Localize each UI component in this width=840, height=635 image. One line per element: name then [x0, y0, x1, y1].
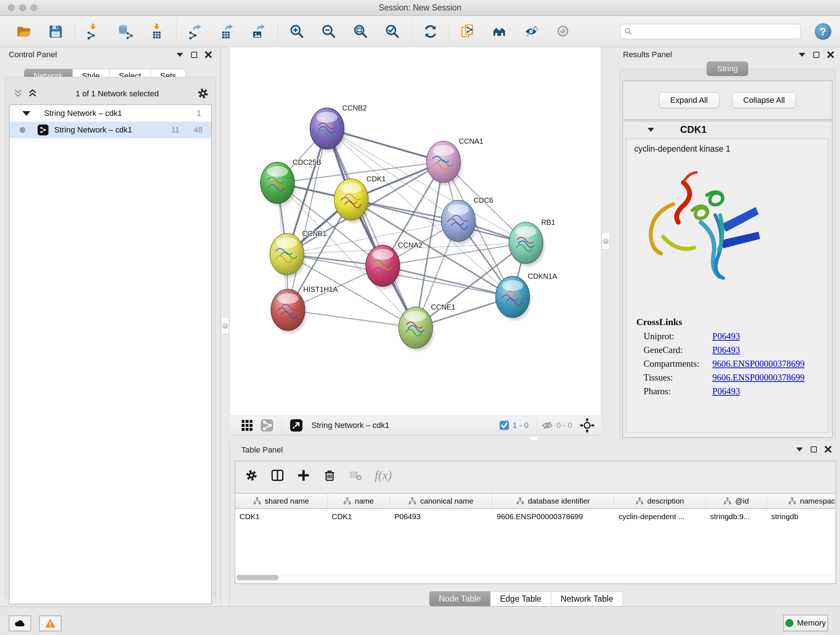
expand-all-networks-icon[interactable]	[13, 88, 24, 100]
export-network-button[interactable]	[184, 20, 207, 43]
hidden-eye-icon[interactable]	[541, 419, 554, 432]
node-CCNB1[interactable]	[270, 233, 305, 278]
float-panel-icon[interactable]	[813, 52, 819, 58]
warning-button[interactable]	[39, 616, 62, 631]
bottom-splitter-handle[interactable]	[529, 436, 538, 440]
zoom-in-button[interactable]	[286, 20, 309, 43]
node-CCNB2[interactable]	[310, 108, 346, 152]
first-neighbors-button[interactable]	[489, 20, 512, 43]
node-CDKN1A[interactable]	[496, 276, 531, 320]
import-table-button[interactable]	[146, 20, 169, 43]
network-row[interactable]: String Network – cdk1 11 48	[9, 122, 211, 138]
edge-CCNB2-CCNE1[interactable]	[327, 128, 416, 328]
node-CCNA2[interactable]	[366, 245, 401, 289]
search-input[interactable]	[633, 25, 801, 38]
table-cell[interactable]: CDK1	[235, 512, 327, 521]
import-network-button[interactable]	[82, 20, 105, 43]
open-session-button[interactable]	[12, 20, 35, 43]
column-header-description[interactable]: description	[614, 494, 706, 508]
expand-all-button[interactable]: Expand All	[659, 92, 719, 108]
crosslink-value-link[interactable]: P06493	[712, 386, 740, 396]
fit-selected-button[interactable]	[576, 418, 598, 433]
selected-checkbox-icon[interactable]	[499, 420, 510, 431]
crosslink-value-link[interactable]: 9606.ENSP00000378699	[712, 372, 805, 383]
zoom-fit-button[interactable]	[349, 20, 372, 43]
float-panel-icon[interactable]	[191, 52, 197, 58]
table-row[interactable]: CDK1CDK1P064939606.ENSP00000378699cyclin…	[235, 509, 835, 524]
edge-CCNB2-HIST1H1A[interactable]	[288, 128, 327, 310]
column-header-database-identifier[interactable]: database identifier	[493, 494, 614, 508]
gene-section-header[interactable]: CDK1	[623, 121, 832, 138]
tab-network-table[interactable]: Network Table	[551, 591, 623, 606]
network-collection-row[interactable]: String Network – cdk1 1	[9, 105, 211, 122]
gene-expander-icon[interactable]	[647, 128, 654, 132]
panel-menu-icon[interactable]	[799, 53, 805, 57]
node-CDC6[interactable]	[441, 200, 477, 244]
delete-table-button[interactable]	[349, 469, 363, 482]
close-panel-icon[interactable]	[827, 51, 834, 58]
column-header-shared-name[interactable]: shared name	[235, 494, 327, 508]
hscrollbar-thumb[interactable]	[237, 575, 279, 580]
export-table-button[interactable]	[216, 20, 239, 43]
collapse-all-button[interactable]: Collapse All	[732, 92, 796, 108]
node-CDK1[interactable]	[334, 179, 370, 223]
float-panel-icon[interactable]	[811, 447, 817, 453]
node-HIST1H1A[interactable]	[271, 289, 306, 333]
node-CCNA1[interactable]	[426, 141, 462, 185]
cloud-button[interactable]	[9, 616, 31, 631]
table-cell[interactable]: stringdb	[767, 512, 835, 521]
help-button[interactable]: ?	[815, 23, 831, 40]
collapse-all-networks-icon[interactable]	[27, 88, 38, 100]
export-image-button[interactable]	[248, 20, 271, 43]
table-options-button[interactable]	[245, 469, 258, 482]
node-RB1[interactable]	[509, 222, 545, 266]
hide-selected-button[interactable]	[521, 20, 544, 43]
table-cell[interactable]: CDK1	[327, 512, 390, 521]
network-options-button[interactable]	[196, 87, 210, 101]
close-window-button[interactable]	[8, 4, 15, 11]
tab-node-table[interactable]: Node Table	[429, 591, 491, 606]
show-columns-button[interactable]	[271, 469, 284, 482]
memory-button[interactable]: Memory	[783, 615, 828, 631]
zoom-selected-button[interactable]	[381, 20, 404, 43]
tab-string[interactable]: String	[706, 62, 748, 76]
crosslink-value-link[interactable]: P06493	[712, 345, 740, 355]
collection-expander-icon[interactable]	[22, 111, 30, 116]
crosslink-value-link[interactable]: 9606.ENSP00000378699	[712, 359, 805, 369]
birdseye-view-button[interactable]	[286, 419, 306, 432]
function-builder-button[interactable]: f(x)	[375, 469, 392, 482]
table-cell[interactable]: cyclin-dependent ...	[614, 512, 706, 521]
save-session-button[interactable]	[44, 20, 67, 43]
panel-menu-icon[interactable]	[177, 53, 183, 57]
clone-network-button[interactable]	[457, 20, 480, 43]
panel-menu-icon[interactable]	[796, 448, 803, 451]
minimize-window-button[interactable]	[19, 4, 26, 11]
network-view-button[interactable]	[257, 419, 277, 432]
table-hscrollbar[interactable]	[236, 574, 835, 581]
node-CCNE1[interactable]	[399, 307, 434, 351]
show-all-button[interactable]	[553, 20, 576, 43]
close-panel-icon[interactable]	[205, 51, 212, 58]
network-canvas[interactable]: CCNB2CCNA1CDC25BCDK1CDC6RB1CCNB1CCNA2CDK…	[229, 47, 601, 416]
column-header-canonical-name[interactable]: canonical name	[390, 494, 493, 508]
grid-view-button[interactable]	[237, 419, 257, 432]
table-cell[interactable]: 9606.ENSP00000378699	[493, 512, 614, 521]
table-cell[interactable]: stringdb:9...	[706, 512, 767, 521]
delete-column-button[interactable]	[323, 469, 336, 482]
zoom-window-button[interactable]	[30, 4, 37, 11]
create-column-button[interactable]	[297, 469, 310, 482]
import-database-button[interactable]	[114, 20, 137, 43]
zoom-out-button[interactable]	[317, 20, 340, 43]
edge-HIST1H1A-CCNE1[interactable]	[288, 310, 416, 328]
left-splitter-handle[interactable]	[221, 318, 229, 334]
tab-edge-table[interactable]: Edge Table	[491, 591, 551, 606]
import-database-icon	[118, 24, 134, 40]
close-panel-icon[interactable]	[825, 446, 831, 453]
right-splitter-handle[interactable]	[602, 233, 609, 249]
crosslink-value-link[interactable]: P06493	[712, 331, 740, 341]
column-header-name[interactable]: name	[327, 494, 390, 508]
column-header-namespace[interactable]: namespace	[767, 494, 835, 508]
column-header--id[interactable]: @id	[706, 494, 767, 508]
refresh-layout-button[interactable]	[419, 20, 442, 43]
table-cell[interactable]: P06493	[390, 512, 493, 521]
